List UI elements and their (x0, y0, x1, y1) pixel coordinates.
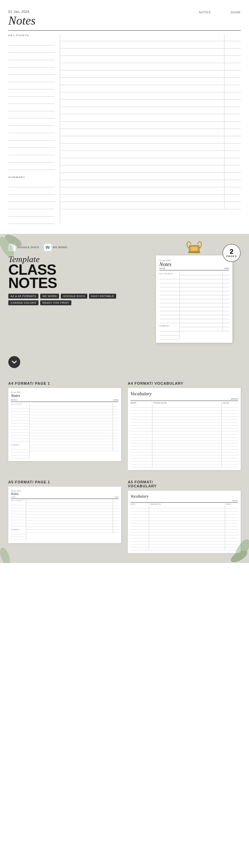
notes-line (60, 92, 241, 100)
a4-vocab-label: A4 FORMAT/ VOCABULARY (128, 381, 241, 385)
mini-right-row (180, 291, 229, 295)
notes-line (60, 165, 241, 173)
fp-line (11, 433, 29, 435)
mini-notes-paper: 01 Jan, 2024 Notes NOTES DONE KEY POINTS (156, 255, 232, 343)
notes-line (60, 70, 241, 78)
summary-label: SUMMARY (8, 176, 55, 179)
tag-msword: MS WORD (40, 293, 59, 299)
summary-section: SUMMARY (8, 176, 55, 224)
a5-vocab-divider (130, 502, 238, 503)
tag-gdocs: GOOGLE DOCS (61, 293, 87, 299)
fp-right-row (30, 415, 119, 418)
fp-line (11, 453, 29, 456)
fp-body: KEY POINTS SUMMAR (11, 403, 119, 458)
scroll-down-button[interactable] (8, 356, 20, 368)
vocab-row (130, 429, 238, 432)
mini-left-col: KEY POINTS SUMMAR (159, 271, 179, 340)
kp-line (8, 60, 55, 67)
notes-line (60, 129, 241, 136)
notes-title: Notes (8, 14, 35, 28)
notes-line (60, 173, 241, 180)
fp-line (11, 508, 26, 511)
vocab-row (130, 410, 238, 413)
a5-vocab-row (130, 508, 238, 512)
a5-word-col: WORD (130, 503, 149, 505)
a5-grid: A5 FORMAT/ PAGE 1 01 Jan, 2024 Notes NOT… (8, 480, 241, 553)
a5-fp-right (26, 500, 119, 540)
a4-page1-format: A4 FORMAT/ PAGE 1 01 Jan, 2024 Notes NOT… (8, 381, 121, 470)
pages-badge: 2 PAGES (222, 244, 241, 262)
vocab-row (130, 450, 238, 453)
a5-vocab-row (130, 532, 238, 535)
fp-right-row (30, 427, 119, 430)
a5-vocab-row (130, 545, 238, 548)
a5-vocab-row (130, 518, 238, 521)
fp-done-col: DONE (113, 399, 119, 401)
a5-vocab-row (130, 548, 238, 551)
fp-line (11, 505, 26, 508)
a5-vocab-row (130, 505, 238, 508)
pages-number: 2 (230, 248, 234, 255)
a5-vocab-row (130, 535, 238, 538)
notes-header: 01 Jan, 2024 Notes NOTES DONE (8, 10, 241, 28)
mini-line (159, 303, 179, 307)
vocab-row (130, 434, 238, 437)
fp-line (11, 435, 29, 438)
leaf-bottom-right-decor (222, 530, 249, 563)
mini-line (159, 336, 179, 340)
summary-line (8, 180, 55, 187)
mini-line (159, 319, 179, 323)
usage-col-header: USAGE (221, 402, 238, 404)
pages-label: PAGES (226, 255, 237, 258)
a5-vocab-row (130, 524, 238, 527)
kp-line (8, 126, 55, 133)
mini-done-col: DONE (224, 268, 229, 270)
fp-line (11, 427, 29, 430)
kp-line (8, 119, 55, 126)
notes-line (60, 63, 241, 70)
chevron-down-icon (11, 360, 17, 365)
a5-vocab-row (130, 529, 238, 532)
kp-line (8, 155, 55, 162)
a5-vocab-col-headers: WORD TRANSLATION USAGE (130, 503, 238, 505)
fp-line (11, 424, 29, 427)
fp-right-row (30, 418, 119, 421)
notes-line (60, 85, 241, 92)
vocab-row (130, 413, 238, 416)
a5-vocab-row (130, 512, 238, 515)
fp-line (11, 414, 29, 417)
a5-trans-col: TRANSLATION (149, 503, 225, 505)
a5-vocab-row (130, 521, 238, 524)
notes-line (60, 195, 241, 202)
a5-right-row (26, 518, 119, 521)
notes-col (60, 34, 241, 224)
mini-right-row (180, 287, 229, 291)
tag-editable: EASY EDITABLE (89, 293, 116, 299)
kp-line (8, 82, 55, 89)
mini-line (159, 307, 179, 311)
notes-line (60, 136, 241, 144)
fp-divider (11, 402, 119, 402)
a5-fp-header-row: NOTES DONE (11, 496, 119, 498)
notes-date: 01 Jan, 2024 (8, 10, 35, 13)
notes-line (60, 158, 241, 165)
a4-vocab-paper: Vocabulary MODULE WORD TRANSLATION USAGE (128, 388, 241, 470)
a4-page1-paper: 01 Jan, 2024 Notes NOTES DONE KEY POINTS (8, 388, 121, 461)
mini-right-row (180, 271, 229, 275)
a5-vocab-label: A5 FORMAT/ VOCABULARY (128, 480, 241, 488)
fp-right-row (30, 445, 119, 448)
kp-line (8, 53, 55, 60)
fp-right-row (30, 448, 119, 451)
fp-line (11, 502, 26, 505)
fp-right-row (30, 442, 119, 445)
fp-line (11, 523, 26, 526)
fp-right-row (30, 436, 119, 439)
vocab-row (130, 464, 238, 467)
a5-right-row (26, 503, 119, 506)
mini-line (159, 283, 179, 287)
format-grid: A4 FORMAT/ PAGE 1 01 Jan, 2024 Notes NOT… (8, 381, 241, 470)
vocab-row (130, 420, 238, 423)
fp-right-row (30, 433, 119, 436)
a5-right-row (26, 509, 119, 512)
fp-right-row (30, 430, 119, 433)
